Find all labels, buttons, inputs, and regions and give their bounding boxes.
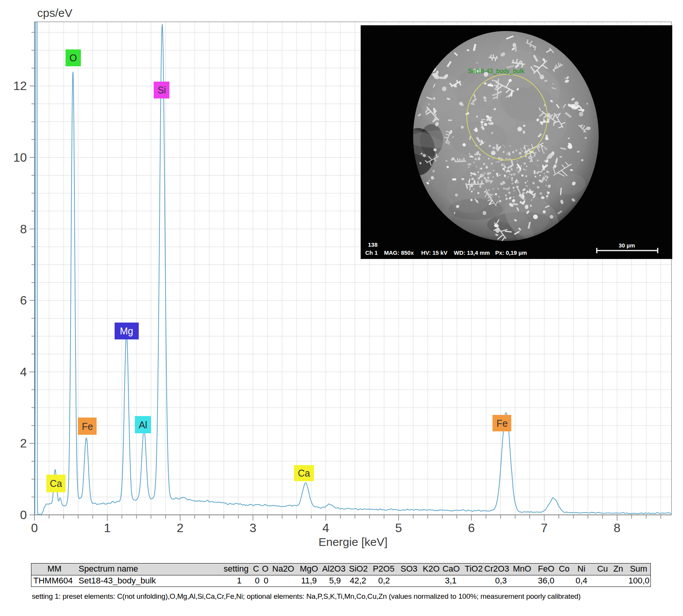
svg-text:4: 4: [20, 365, 27, 379]
svg-text:7: 7: [541, 521, 548, 535]
svg-text:HV: 15 kV: HV: 15 kV: [421, 249, 447, 256]
svg-text:WD: 13,4 mm: WD: 13,4 mm: [454, 249, 490, 256]
svg-text:Fe: Fe: [496, 418, 507, 429]
svg-text:0: 0: [31, 521, 38, 535]
svg-text:2: 2: [177, 521, 184, 535]
svg-text:Ch 1: Ch 1: [365, 249, 378, 256]
svg-text:0: 0: [20, 508, 27, 522]
svg-text:Fe: Fe: [82, 421, 93, 432]
svg-text:O: O: [69, 52, 77, 63]
svg-text:4: 4: [322, 521, 329, 535]
svg-text:30 µm: 30 µm: [619, 242, 635, 249]
svg-text:2: 2: [20, 436, 27, 450]
svg-text:138: 138: [368, 241, 378, 248]
svg-text:Al: Al: [139, 419, 147, 430]
svg-text:Si: Si: [158, 85, 166, 95]
svg-text:6: 6: [468, 521, 475, 535]
svg-text:3: 3: [250, 521, 256, 535]
svg-text:Ca: Ca: [50, 478, 62, 489]
svg-text:6: 6: [20, 293, 27, 307]
svg-text:5: 5: [395, 521, 402, 535]
svg-text:12: 12: [13, 79, 27, 93]
svg-text:Ca: Ca: [298, 468, 310, 478]
svg-text:10: 10: [13, 151, 27, 164]
svg-text:Mg: Mg: [120, 326, 133, 336]
svg-text:8: 8: [20, 222, 27, 236]
svg-text:cps/eV: cps/eV: [37, 7, 72, 19]
svg-text:8: 8: [614, 521, 621, 535]
svg-text:Px: 0,19 µm: Px: 0,19 µm: [495, 249, 527, 256]
svg-text:MAG: 850x: MAG: 850x: [384, 249, 414, 256]
svg-text:Energie [keV]: Energie [keV]: [319, 536, 387, 548]
svg-text:Set18-43_body_bulk: Set18-43_body_bulk: [468, 68, 525, 75]
svg-text:1: 1: [104, 521, 111, 535]
